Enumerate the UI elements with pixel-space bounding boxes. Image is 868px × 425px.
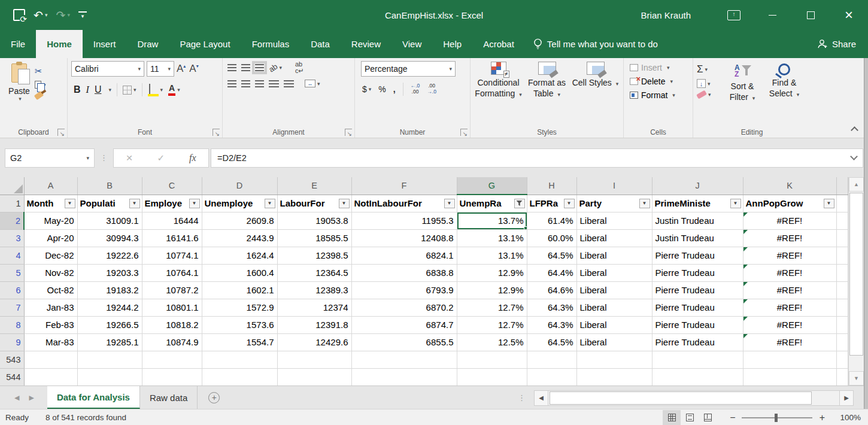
cell-A4[interactable]: Dec-82 [24,247,77,264]
hscroll-left-button[interactable]: ◀ [534,390,548,406]
tab-view[interactable]: View [391,30,432,58]
cell-A8[interactable]: Feb-83 [24,316,77,333]
cell-D9[interactable]: 1554.7 [202,333,277,351]
middle-align-button[interactable] [241,64,250,71]
cell-partial[interactable] [836,212,848,229]
sheet-nav-right-icon[interactable]: ▶ [29,394,34,402]
cell-B6[interactable]: 19183.2 [77,281,142,299]
cell-H5[interactable]: 64.4% [527,264,576,281]
cell-K7[interactable]: #REF! [743,299,836,316]
cell-D544[interactable] [202,368,277,385]
cell-A544[interactable] [24,368,77,385]
filter-button-G[interactable] [514,199,525,208]
header-cell-K1[interactable]: AnnPopGrow▼ [743,195,836,212]
filter-button-E[interactable]: ▼ [339,199,350,208]
decrease-indent-button[interactable] [269,80,279,87]
header-cell-I1[interactable]: Party▼ [576,195,652,212]
cell-E544[interactable] [277,368,351,385]
cell-A5[interactable]: Nov-82 [24,264,77,281]
cell-J6[interactable]: Pierre Trudeau [652,281,743,299]
cell-A9[interactable]: Mar-83 [24,333,77,351]
header-cell-B1[interactable]: Populati▼ [77,195,142,212]
cell-I8[interactable]: Liberal [576,316,652,333]
cell-G5[interactable]: 12.9% [457,264,527,281]
column-header-I[interactable]: I [576,177,652,195]
cell-H6[interactable]: 64.6% [527,281,576,299]
cell-E8[interactable]: 12391.8 [277,316,351,333]
paste-button[interactable]: Paste ▾ [4,61,35,126]
cell-C2[interactable]: 16444 [142,212,202,229]
cell-I544[interactable] [576,368,652,385]
cell-K544[interactable] [743,368,836,385]
tab-data[interactable]: Data [300,30,341,58]
zoom-slider[interactable] [742,417,812,418]
column-header-F[interactable]: F [351,177,457,195]
chevron-down-icon[interactable]: ▾ [86,155,89,161]
header-cell-E1[interactable]: LabourFor▼ [277,195,351,212]
zoom-in-button[interactable]: + [820,412,825,423]
accounting-format-button[interactable]: $▾ [362,84,371,94]
column-header-G[interactable]: G [457,177,527,195]
cell-F543[interactable] [351,351,457,368]
alignment-dialog-launcher[interactable]: ↘ [345,129,352,136]
cell-F2[interactable]: 11955.3 [351,212,457,229]
header-cell-C1[interactable]: Employe▼ [142,195,202,212]
cell-J7[interactable]: Pierre Trudeau [652,299,743,316]
cell-H543[interactable] [527,351,576,368]
align-center-button[interactable] [241,80,250,87]
horizontal-scrollbar[interactable] [548,390,839,406]
cell-partial[interactable] [836,247,848,264]
header-cell-D1[interactable]: Unemploye▼ [202,195,277,212]
row-header-4[interactable]: 4 [0,247,24,264]
cell-I3[interactable]: Liberal [576,229,652,247]
insert-function-button[interactable]: fx [189,153,196,163]
increase-decimal-button[interactable]: ←.0.00 [411,83,420,95]
font-dialog-launcher[interactable]: ↘ [213,129,220,136]
cell-J9[interactable]: Pierre Trudeau [652,333,743,351]
cell-C544[interactable] [142,368,202,385]
tab-acrobat[interactable]: Acrobat [472,30,525,58]
scroll-up-button[interactable]: ▲ [849,177,864,192]
cell-A7[interactable]: Jan-83 [24,299,77,316]
tab-home[interactable]: Home [36,30,83,58]
cell-B3[interactable]: 30994.3 [77,229,142,247]
filter-button-D[interactable]: ▼ [265,199,275,208]
cell-H9[interactable]: 64.5% [527,333,576,351]
sheet-nav-left-icon[interactable]: ◀ [14,394,19,402]
column-header-B[interactable]: B [77,177,142,195]
header-cell-H1[interactable]: LFPRa▼ [527,195,576,212]
format-cells-button[interactable]: Format▾ [630,90,689,100]
grow-font-button[interactable]: A▴ [177,63,187,75]
tab-draw[interactable]: Draw [126,30,169,58]
row-header-543[interactable]: 543 [0,351,24,368]
filter-button-H[interactable]: ▼ [564,199,575,208]
cut-button[interactable]: ✂ [35,66,46,77]
cell-I4[interactable]: Liberal [576,247,652,264]
cancel-formula-button[interactable]: × [126,151,132,165]
cell-K4[interactable]: #REF! [743,247,836,264]
cell-G6[interactable]: 12.9% [457,281,527,299]
cell-B2[interactable]: 31009.1 [77,212,142,229]
cell-I7[interactable]: Liberal [576,299,652,316]
cell-F9[interactable]: 6855.5 [351,333,457,351]
vertical-scrollbar[interactable]: ▲ ▼ [848,177,864,385]
cell-I543[interactable] [576,351,652,368]
row-header-7[interactable]: 7 [0,299,24,316]
cell-E9[interactable]: 12429.6 [277,333,351,351]
cell-I5[interactable]: Liberal [576,264,652,281]
cell-A2[interactable]: May-20 [24,212,77,229]
filter-button-F[interactable]: ▼ [444,199,455,208]
find-select-button[interactable]: Find & Select ▾ [765,63,803,126]
cell-G544[interactable] [457,368,527,385]
cell-F8[interactable]: 6874.7 [351,316,457,333]
ribbon-display-options-button[interactable]: ↑ [715,0,753,30]
bold-button[interactable]: B [74,84,81,95]
column-header-D[interactable]: D [202,177,277,195]
cell-F544[interactable] [351,368,457,385]
page-layout-view-button[interactable] [681,410,699,425]
cell-J2[interactable]: Justin Trudeau [652,212,743,229]
wrap-text-button[interactable]: abc↵ [295,61,304,74]
clipboard-dialog-launcher[interactable]: ↘ [57,129,65,136]
tab-review[interactable]: Review [341,30,391,58]
cell-D3[interactable]: 2443.9 [202,229,277,247]
